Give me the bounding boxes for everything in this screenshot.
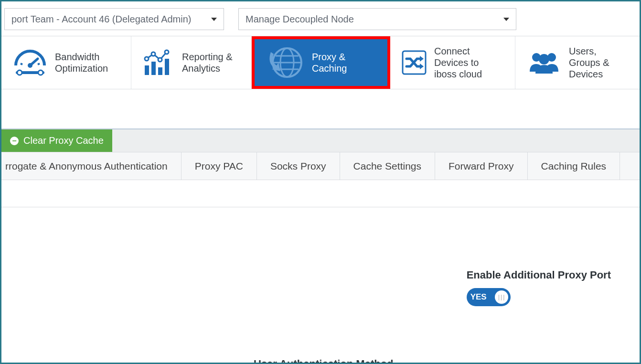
- nav-label: Users, Groups & Devices: [569, 45, 628, 80]
- svg-rect-9: [158, 67, 162, 75]
- nav-label: Bandwidth Optimization: [55, 51, 119, 74]
- nav-users-groups-devices[interactable]: Users, Groups & Devices: [515, 36, 640, 89]
- cache-action-row: − Clear Proxy Cache: [1, 129, 640, 152]
- caret-down-icon: [211, 18, 217, 21]
- nav-reporting-analytics[interactable]: Reporting & Analytics: [131, 36, 252, 89]
- node-selector[interactable]: Manage Decoupled Node: [238, 8, 516, 30]
- tab-caching-rules[interactable]: Caching Rules: [528, 152, 620, 180]
- minus-circle-icon: −: [10, 137, 19, 145]
- nav-bandwidth-optimization[interactable]: Bandwidth Optimization: [1, 36, 131, 89]
- enable-additional-port-toggle[interactable]: YES │││: [467, 288, 511, 306]
- enable-additional-port-block: Enable Additional Proxy Port YES │││: [467, 269, 611, 306]
- svg-point-25: [539, 54, 549, 64]
- nav-connect-devices[interactable]: Connect Devices to iboss cloud: [390, 36, 515, 89]
- top-selectors-row: port Team - Account 46 (Delegated Admin)…: [1, 1, 640, 36]
- gauge-icon: [13, 48, 47, 77]
- tab-proxy-pac[interactable]: Proxy PAC: [182, 152, 257, 180]
- main-nav: Bandwidth Optimization Reporting & Analy…: [1, 36, 640, 89]
- svg-point-6: [38, 70, 43, 75]
- nav-proxy-caching[interactable]: Proxy & Caching: [252, 36, 390, 89]
- spacer: [1, 89, 640, 129]
- toggle-state-text: YES: [470, 292, 487, 302]
- tab-surrogate-auth[interactable]: rrogate & Anonymous Authentication: [1, 152, 182, 180]
- tab-label: rrogate & Anonymous Authentication: [5, 161, 168, 172]
- tab-cache-settings[interactable]: Cache Settings: [340, 152, 435, 180]
- analytics-icon: [143, 48, 174, 77]
- svg-point-12: [151, 52, 155, 56]
- globe-arrow-icon: [266, 43, 304, 82]
- nav-label: Proxy & Caching: [312, 51, 376, 74]
- tab-label: Socks Proxy: [270, 161, 326, 172]
- svg-line-1: [30, 59, 38, 65]
- tab-label: Proxy PAC: [195, 161, 243, 172]
- svg-rect-7: [145, 65, 149, 75]
- svg-marker-21: [420, 56, 424, 62]
- svg-point-13: [158, 58, 162, 62]
- svg-point-5: [17, 70, 22, 75]
- svg-marker-22: [420, 64, 424, 69]
- svg-rect-10: [165, 59, 169, 75]
- users-group-icon: [527, 50, 561, 75]
- svg-point-11: [145, 57, 149, 61]
- auth-method-label: User Authentication Method: [254, 358, 611, 364]
- tab-label: Forward Proxy: [449, 161, 514, 172]
- svg-point-14: [165, 50, 169, 54]
- sub-tab-row: rrogate & Anonymous Authentication Proxy…: [1, 152, 640, 180]
- svg-line-3: [38, 64, 40, 64]
- auth-method-block: User Authentication Method Local iboss U…: [254, 358, 611, 364]
- app-frame: port Team - Account 46 (Delegated Admin)…: [0, 0, 641, 364]
- caret-down-icon: [503, 18, 509, 21]
- enable-additional-port-label: Enable Additional Proxy Port: [467, 269, 611, 281]
- nav-label: Reporting & Analytics: [182, 51, 240, 74]
- clear-proxy-cache-label: Clear Proxy Cache: [23, 135, 104, 146]
- toggle-knob-icon: │││: [495, 290, 508, 304]
- nav-label: Connect Devices to iboss cloud: [434, 45, 503, 80]
- shuffle-icon: [402, 50, 427, 75]
- node-selector-text: Manage Decoupled Node: [246, 14, 354, 25]
- settings-content: Enable Additional Proxy Port YES │││ ▼ U…: [1, 207, 640, 364]
- account-selector[interactable]: port Team - Account 46 (Delegated Admin): [4, 8, 224, 30]
- tab-socks-proxy[interactable]: Socks Proxy: [257, 152, 340, 180]
- svg-line-2: [21, 64, 22, 64]
- tab-label: Caching Rules: [541, 161, 607, 172]
- tab-label: Cache Settings: [353, 161, 421, 172]
- tab-forward-proxy[interactable]: Forward Proxy: [435, 152, 528, 180]
- account-selector-text: port Team - Account 46 (Delegated Admin): [11, 14, 192, 25]
- clear-proxy-cache-button[interactable]: − Clear Proxy Cache: [1, 129, 112, 152]
- svg-rect-8: [151, 62, 156, 75]
